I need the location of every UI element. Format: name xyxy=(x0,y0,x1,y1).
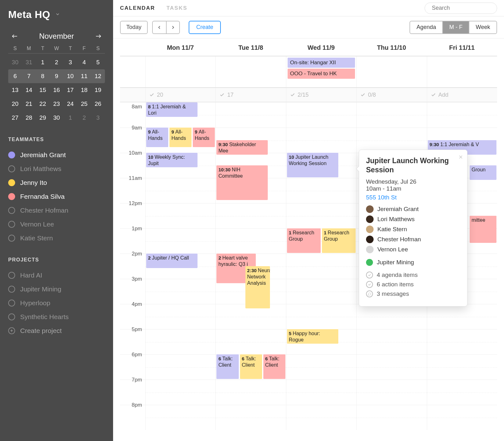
mini-cal-day[interactable]: 19 xyxy=(91,83,105,97)
calendar-event[interactable]: Groun xyxy=(470,165,496,180)
allday-event[interactable]: OOO - Travel to HK xyxy=(288,69,355,79)
mini-cal-day[interactable]: 21 xyxy=(22,97,36,111)
teammate-item[interactable]: Jenny Ito xyxy=(8,176,105,190)
create-button[interactable]: Create xyxy=(189,21,221,34)
view-option[interactable]: Agenda xyxy=(410,21,442,33)
mini-cal-day[interactable]: 1 xyxy=(36,55,50,69)
attendee-row[interactable]: Chester Hofman xyxy=(366,236,460,243)
today-button[interactable]: Today xyxy=(120,21,148,34)
mini-cal-day[interactable]: 7 xyxy=(22,69,36,83)
project-item[interactable]: Synthetic Hearts xyxy=(8,310,105,324)
next-month-button[interactable] xyxy=(94,31,104,41)
mini-cal-day[interactable]: 1 xyxy=(63,111,77,125)
mini-cal-day[interactable]: 30 xyxy=(50,111,64,125)
calendar-event[interactable]: 2Jupiter / HQ Call xyxy=(146,254,198,268)
task-count-cell[interactable]: 17 xyxy=(215,88,286,102)
allday-cell[interactable] xyxy=(356,56,427,87)
mini-cal-day[interactable]: 18 xyxy=(77,83,91,97)
calendar-event[interactable]: 6Talk: Client xyxy=(240,354,262,379)
mini-cal-day[interactable]: 12 xyxy=(91,69,105,83)
calendar-event[interactable]: 9All-Hands xyxy=(169,128,192,147)
popover-info-row[interactable]: 4 agenda items xyxy=(366,272,460,278)
mini-cal-day[interactable]: 28 xyxy=(22,111,36,125)
workspace-switcher[interactable]: Meta HQ xyxy=(8,9,105,20)
popover-info-row[interactable]: 6 action items xyxy=(366,281,460,288)
teammate-item[interactable]: Vernon Lee xyxy=(8,217,105,231)
popover-location[interactable]: 555 10th St xyxy=(366,194,460,201)
prev-month-button[interactable] xyxy=(9,31,20,41)
mini-cal-day[interactable]: 2 xyxy=(50,55,64,69)
allday-cell[interactable] xyxy=(215,56,286,87)
task-count-cell[interactable]: 20 xyxy=(145,88,215,102)
tab-tasks[interactable]: TASKS xyxy=(166,5,187,11)
attendee-row[interactable]: Katie Stern xyxy=(366,226,460,233)
teammate-item[interactable]: Lori Matthews xyxy=(8,162,105,176)
project-item[interactable]: Jupiter Mining xyxy=(8,282,105,296)
mini-cal-day[interactable]: 29 xyxy=(36,111,50,125)
calendar-event[interactable]: 6Talk: Client xyxy=(216,354,238,379)
task-count-cell[interactable]: 0/8 xyxy=(356,88,427,102)
project-item[interactable]: Hyperloop xyxy=(8,296,105,310)
calendar-event[interactable]: 6Talk: Client xyxy=(263,354,285,379)
allday-cell[interactable]: On-site: Hangar XIIOOO - Travel to HK xyxy=(286,56,356,87)
allday-cell[interactable] xyxy=(427,56,497,87)
prev-week-button[interactable] xyxy=(152,21,166,34)
allday-cell[interactable] xyxy=(145,56,215,87)
allday-event[interactable]: On-site: Hangar XII xyxy=(288,58,355,68)
mini-cal-day[interactable]: 6 xyxy=(8,69,22,83)
mini-cal-day[interactable]: 30 xyxy=(8,55,22,69)
mini-cal-day[interactable]: 9 xyxy=(50,69,64,83)
teammate-item[interactable]: Chester Hofman xyxy=(8,203,105,217)
mini-cal-day[interactable]: 31 xyxy=(22,55,36,69)
day-column[interactable]: 9:30Stakeholder Mee10:30NIH Committee2He… xyxy=(215,102,286,430)
mini-cal-day[interactable]: 14 xyxy=(22,83,36,97)
calendar-event[interactable]: 2:30Neural Network Analysis xyxy=(245,266,270,308)
mini-cal-day[interactable]: 27 xyxy=(8,111,22,125)
tab-calendar[interactable]: CALENDAR xyxy=(120,5,155,11)
mini-cal-day[interactable]: 25 xyxy=(77,97,91,111)
calendar-event[interactable]: 1Research Group xyxy=(287,228,321,253)
mini-cal-day[interactable]: 16 xyxy=(50,83,64,97)
view-option[interactable]: M - F xyxy=(442,21,469,33)
mini-cal-day[interactable]: 4 xyxy=(77,55,91,69)
mini-cal-day[interactable]: 15 xyxy=(36,83,50,97)
mini-cal-day[interactable]: 5 xyxy=(91,55,105,69)
calendar-event[interactable]: 10Jupiter Launch Working Session xyxy=(287,153,338,177)
mini-cal-day[interactable]: 10 xyxy=(63,69,77,83)
teammate-item[interactable]: Jeremiah Grant xyxy=(8,148,105,162)
mini-cal-day[interactable]: 26 xyxy=(91,97,105,111)
task-count-cell[interactable]: Add xyxy=(427,88,497,102)
day-column[interactable]: 10Jupiter Launch Working Session1Researc… xyxy=(286,102,356,430)
attendee-row[interactable]: Vernon Lee xyxy=(366,246,460,253)
mini-cal-day[interactable]: 23 xyxy=(50,97,64,111)
attendee-row[interactable]: Lori Matthews xyxy=(366,215,460,223)
mini-cal-day[interactable]: 2 xyxy=(77,111,91,125)
popover-project[interactable]: Jupiter Mining xyxy=(366,259,460,266)
calendar-event[interactable]: 9All-Hands xyxy=(146,128,168,147)
mini-cal-day[interactable]: 3 xyxy=(91,111,105,125)
mini-cal-day[interactable]: 13 xyxy=(8,83,22,97)
search-box[interactable] xyxy=(425,3,497,14)
mini-cal-day[interactable]: 24 xyxy=(63,97,77,111)
calendar-event[interactable]: 9:30Stakeholder Mee xyxy=(216,140,268,155)
next-week-button[interactable] xyxy=(166,21,180,34)
mini-cal-day[interactable]: 22 xyxy=(36,97,50,111)
teammate-item[interactable]: Fernanda Silva xyxy=(8,190,105,203)
day-column[interactable]: 81:1 Jeremiah & Lori9All-Hands9All-Hands… xyxy=(145,102,215,430)
close-icon[interactable]: × xyxy=(459,153,463,161)
attendee-row[interactable]: Jeremiah Grant xyxy=(366,205,460,213)
calendar-event[interactable]: 10Weekly Sync: Jupit xyxy=(146,153,198,167)
calendar-event[interactable]: 81:1 Jeremiah & Lori xyxy=(146,102,198,117)
mini-cal-day[interactable]: 20 xyxy=(8,97,22,111)
calendar-event[interactable]: 10:30NIH Committee xyxy=(216,165,268,200)
popover-info-row[interactable]: 3 messages xyxy=(366,290,460,297)
search-input[interactable] xyxy=(432,5,504,11)
project-item[interactable]: Hard AI xyxy=(8,268,105,282)
calendar-event[interactable]: 9All-Hands xyxy=(193,128,215,147)
mini-cal-day[interactable]: 17 xyxy=(63,83,77,97)
mini-calendar[interactable]: SMTWTFS 30311234567891011121314151617181… xyxy=(8,46,105,125)
calendar-event[interactable]: 5Happy hour: Rogue xyxy=(287,329,338,344)
mini-cal-day[interactable]: 3 xyxy=(63,55,77,69)
mini-cal-day[interactable]: 8 xyxy=(36,69,50,83)
view-option[interactable]: Week xyxy=(469,21,496,33)
